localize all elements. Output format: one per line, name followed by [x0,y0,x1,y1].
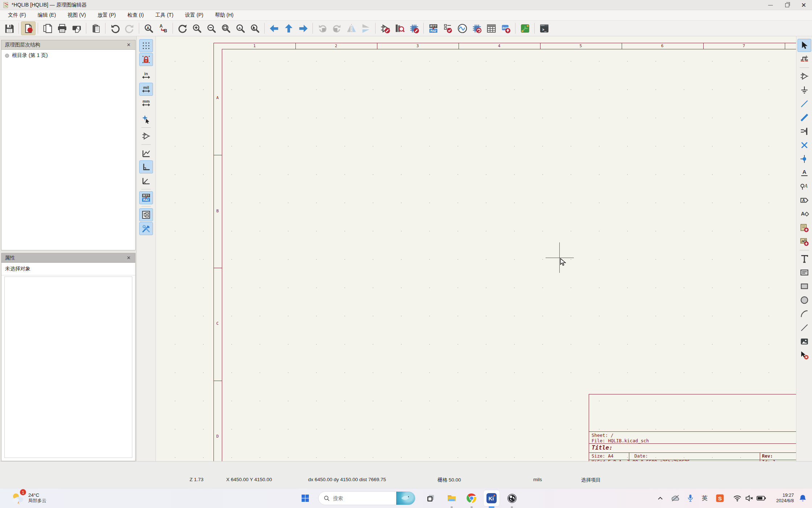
restore-button[interactable] [779,0,795,10]
wire-hv-button[interactable] [139,160,153,173]
pcb-editor-button[interactable] [518,21,532,35]
menu-edit[interactable]: 编辑 (E) [32,10,62,21]
grid-override-button[interactable] [139,53,153,66]
zoom-out-button[interactable] [204,21,219,35]
no-connect-button[interactable] [798,139,811,152]
netclass-directive-button[interactable]: A [798,180,811,193]
refresh-button[interactable] [175,21,190,35]
simulator-button[interactable] [455,21,469,35]
paste-button[interactable] [88,21,103,35]
weather-widget[interactable]: 1 24°C 局部多云 [10,490,46,505]
zoom-in-button[interactable] [190,21,204,35]
symbol-editor-button[interactable] [378,21,392,35]
wire-free-angle-button[interactable] [139,147,153,160]
clock-widget[interactable]: 19:27 2024/6/8 [769,493,794,504]
plot-button[interactable] [69,21,84,35]
undo-button[interactable] [108,21,122,35]
rotate-cw-button[interactable] [330,21,344,35]
zoom-objects-button[interactable] [233,21,248,35]
rotate-ccw-button[interactable] [315,21,330,35]
image-tool-button[interactable] [798,335,811,348]
rectangle-tool-button[interactable] [798,280,811,293]
menu-view[interactable]: 视图 (V) [62,10,92,21]
menu-place[interactable]: 放置 (P) [92,10,122,21]
console-button[interactable]: >_ [537,21,551,35]
symbol-browser-button[interactable] [392,21,407,35]
wifi-button[interactable] [732,491,743,505]
unit-mm-button[interactable]: mm [139,97,153,110]
sogou-button[interactable]: S [713,491,726,505]
draw-bus-button[interactable] [798,111,811,124]
schematic-setup-button[interactable] [21,21,36,35]
zoom-selection-button[interactable] [248,21,262,35]
place-power-button[interactable] [798,83,811,97]
annotate-button[interactable]: R?? R42 [426,21,440,35]
properties-panel-button[interactable] [139,222,153,235]
close-button[interactable]: ✕ [795,0,812,10]
redo-button[interactable] [122,21,137,35]
file-explorer-button[interactable] [444,491,459,505]
draw-wire-button[interactable] [798,97,811,110]
save-button[interactable] [2,21,16,35]
arc-tool-button[interactable] [798,307,811,320]
find-replace-button[interactable]: A B [156,21,170,35]
edit-symbols-button[interactable] [407,21,421,35]
net-label-button[interactable]: A [798,166,811,179]
circle-tool-button[interactable] [798,294,811,307]
taskbar-search[interactable] [318,491,415,505]
hierarchy-navigator-button[interactable] [139,208,153,221]
battery-button[interactable] [755,491,768,505]
hidden-pins-button[interactable] [139,130,153,143]
annotate-auto-button[interactable]: R?? R42 [139,191,153,204]
minimize-button[interactable] [762,0,779,10]
add-sheet-button[interactable] [798,221,811,234]
print-button[interactable] [55,21,69,35]
delete-tool-button[interactable] [798,349,811,362]
hierarchy-root-item[interactable]: 根目录 (第 1 页) [1,50,135,61]
bus-entry-button[interactable] [798,125,811,138]
assign-footprints-button[interactable] [469,21,484,35]
nav-back-button[interactable] [267,21,281,35]
kicad-button[interactable]: Ki [484,490,500,506]
mirror-v-button[interactable] [359,21,373,35]
properties-panel-close-icon[interactable]: ✕ [125,255,132,261]
menu-help[interactable]: 帮助 (H) [209,10,239,21]
microphone-button[interactable] [684,491,697,505]
start-button[interactable] [298,491,312,505]
highlight-net-button[interactable] [798,53,811,66]
crosshair-cursor-button[interactable] [139,112,153,126]
menu-file[interactable]: 文件 (F) [2,10,32,21]
junction-button[interactable] [798,152,811,165]
unit-mil-button[interactable]: mil [139,83,153,96]
erc-button[interactable] [440,21,455,35]
nav-up-button[interactable] [281,21,296,35]
task-view-button[interactable] [423,491,438,505]
find-button[interactable]: A [141,21,156,35]
menu-tools[interactable]: 工具 (T) [150,10,179,21]
select-tool-button[interactable] [798,39,811,52]
global-label-button[interactable]: A [798,194,811,207]
grid-dots-button[interactable] [139,39,153,52]
mirror-h-button[interactable] [344,21,359,35]
textbox-tool-button[interactable] [798,266,811,279]
hierarchy-panel-close-icon[interactable]: ✕ [125,42,132,48]
ime-indicator[interactable]: 英 [698,491,711,505]
text-tool-button[interactable] [798,252,811,265]
onedrive-button[interactable] [669,491,682,505]
import-sheet-pin-button[interactable]: A [798,235,811,248]
menu-inspect[interactable]: 检查 (I) [121,10,149,21]
unit-inch-button[interactable]: in [139,69,153,82]
nav-forward-button[interactable] [296,21,310,35]
volume-button[interactable] [743,491,755,505]
fields-table-button[interactable] [484,21,498,35]
wire-45-button[interactable] [139,174,153,187]
place-symbol-button[interactable] [798,70,811,83]
notifications-button[interactable] [796,491,809,505]
chrome-button[interactable] [464,491,479,505]
tray-chevron-button[interactable] [654,491,666,505]
search-input[interactable] [333,496,388,501]
line-tool-button[interactable] [798,321,811,334]
zoom-fit-button[interactable] [219,21,233,35]
page-settings-button[interactable] [40,21,55,35]
menu-preferences[interactable]: 设置 (P) [179,10,209,21]
